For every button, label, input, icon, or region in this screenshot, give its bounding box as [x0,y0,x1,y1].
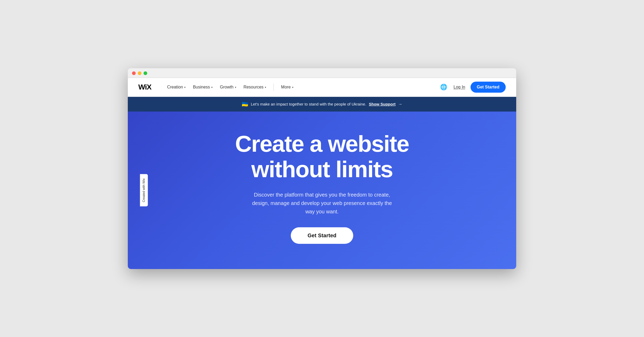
nav-business-label: Business [193,85,210,89]
nav-item-business[interactable]: Business ▾ [190,83,216,92]
browser-window: WiX Creation ▾ Business ▾ Growth ▾ Resou… [128,68,516,269]
get-started-nav-button[interactable]: Get Started [471,82,506,93]
chevron-down-icon: ▾ [292,86,293,89]
nav-divider [273,83,274,91]
nav-creation-label: Creation [167,85,183,89]
nav-item-creation[interactable]: Creation ▾ [164,83,189,92]
chevron-down-icon: ▾ [211,86,213,89]
navbar: WiX Creation ▾ Business ▾ Growth ▾ Resou… [128,78,516,97]
show-support-link[interactable]: Show Support [369,102,396,106]
login-button[interactable]: Log In [453,85,465,89]
maximize-button[interactable] [144,71,147,75]
minimize-button[interactable] [138,71,141,75]
hero-section: Created with Wix Create a website withou… [128,112,516,269]
browser-traffic-lights [132,71,512,75]
nav-right: 🌐 Log In Get Started [439,82,506,93]
chevron-down-icon: ▾ [184,86,186,89]
hero-title: Create a website without limits [235,131,409,182]
nav-more-label: More [281,85,291,89]
banner-text: Let's make an impact together to stand w… [251,102,366,106]
ukraine-flag-icon: 🇺🇦 [242,101,248,107]
chevron-down-icon: ▾ [265,86,266,89]
nav-resources-label: Resources [244,85,263,89]
wix-logo[interactable]: WiX [138,83,151,91]
hero-cta-button[interactable]: Get Started [291,227,353,244]
nav-growth-label: Growth [220,85,234,89]
nav-item-growth[interactable]: Growth ▾ [217,83,239,92]
arrow-icon: → [398,102,402,107]
chevron-down-icon: ▾ [235,86,236,89]
close-button[interactable] [132,71,136,75]
nav-item-more[interactable]: More ▾ [278,83,296,92]
language-button[interactable]: 🌐 [439,82,448,92]
ukraine-banner: 🇺🇦 Let's make an impact together to stan… [128,97,516,112]
side-badge: Created with Wix [140,174,148,206]
browser-chrome [128,68,516,78]
hero-subtitle: Discover the platform that gives you the… [249,191,395,216]
nav-item-resources[interactable]: Resources ▾ [240,83,269,92]
nav-links: Creation ▾ Business ▾ Growth ▾ Resources… [164,83,439,92]
